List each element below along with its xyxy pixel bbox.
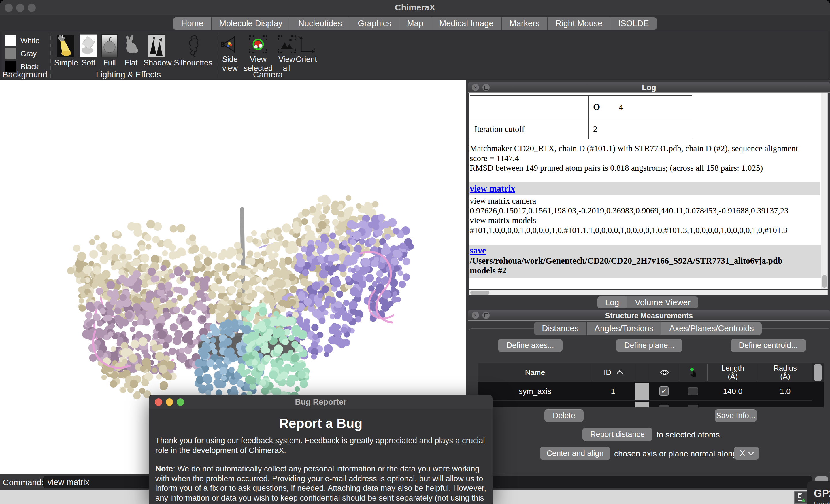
panel-tab-log[interactable]: Log xyxy=(598,296,627,308)
tab-right-mouse[interactable]: Right Mouse xyxy=(548,17,610,30)
save-link[interactable]: save xyxy=(470,245,486,256)
tab-isolde[interactable]: ISOLDE xyxy=(610,17,657,30)
save-path: /Users/rohoua/work/Genentech/CD20/CD20_2… xyxy=(470,256,821,266)
lighting-silhouettes-button[interactable]: Silhouettes xyxy=(171,34,215,71)
lighting-shadow-button[interactable]: Shadow xyxy=(143,34,169,71)
log-table-value: 4 xyxy=(619,103,623,112)
col-radius[interactable]: Radius (Å) xyxy=(758,363,812,382)
tab-nucleotides[interactable]: Nucleotides xyxy=(290,17,350,30)
lighting-section-label: Lighting & Effects xyxy=(96,70,161,79)
rmsd-text: RMSD between 149 pruned atom pairs is 0.… xyxy=(470,163,825,173)
background-section-label: Background xyxy=(3,70,47,79)
row-selected-toggle[interactable] xyxy=(688,387,698,395)
full-lighting-icon xyxy=(101,34,118,57)
tab-angles-torsions[interactable]: Angles/Torsions xyxy=(587,322,662,335)
col-length[interactable]: Length (Å) xyxy=(707,363,758,382)
measurements-titlebar[interactable]: × Structure Measurements xyxy=(468,310,830,321)
log-vscroll-thumb[interactable] xyxy=(822,275,827,288)
orient-icon: y x xyxy=(297,35,316,54)
save-block[interactable]: save /Users/rohoua/work/Genentech/CD20/C… xyxy=(469,245,821,278)
define-plane-button[interactable]: Define plane... xyxy=(616,339,682,352)
save-info-button[interactable]: Save Info... xyxy=(715,409,757,422)
ribbon-tabs: Home Molecule Display Nucleotides Graphi… xyxy=(173,17,657,30)
view-matrix-camera-label: view matrix camera xyxy=(470,196,828,206)
col-id[interactable]: ID xyxy=(592,363,634,382)
col-shown[interactable] xyxy=(650,363,679,382)
gray-swatch[interactable] xyxy=(5,48,17,59)
panel-tabs: Log Volume Viewer xyxy=(598,296,698,308)
table-row-partial[interactable] xyxy=(478,401,812,407)
define-centroid-button[interactable]: Define centroid... xyxy=(731,339,806,352)
view-matrix-link[interactable]: view matrix xyxy=(470,183,515,194)
view-matrix-row[interactable]: view matrix xyxy=(469,182,820,195)
sort-ascending-icon xyxy=(617,370,624,377)
measurements-tab-row: Distances Angles/Torsions Axes/Planes/Ce… xyxy=(466,322,830,335)
panel-tab-volume-viewer[interactable]: Volume Viewer xyxy=(627,296,698,308)
row-id: 1 xyxy=(592,382,634,401)
log-table-empty-cell xyxy=(470,95,589,119)
table-row: Iteration cutoff 2 xyxy=(470,119,692,139)
checkmark-icon: ✓ xyxy=(661,387,667,395)
svg-text:x: x xyxy=(313,46,315,51)
dialog-title: Bug Reporter xyxy=(149,395,492,409)
window-title: ChimeraX xyxy=(0,0,830,15)
define-axes-button[interactable]: Define axes... xyxy=(498,339,563,352)
axis-dropdown[interactable]: X xyxy=(734,447,759,460)
col-length-line1: Length xyxy=(721,364,744,372)
note-label: Note xyxy=(155,464,173,473)
tab-home[interactable]: Home xyxy=(173,17,211,30)
measurements-tabs: Distances Angles/Torsions Axes/Planes/Ce… xyxy=(534,322,761,335)
models-matrix-values: #101,1,0,0,0,0,1,0,0,0,0,1,0,#101.1,1,0,… xyxy=(470,225,828,235)
col-radius-line2: (Å) xyxy=(780,372,790,381)
log-titlebar[interactable]: × Log xyxy=(468,82,830,93)
dialog-heading: Report a Bug xyxy=(149,415,492,431)
camera-orient-button[interactable]: y x Orient xyxy=(295,34,317,80)
lighting-flat-button[interactable]: Flat xyxy=(121,34,141,71)
report-distance-button[interactable]: Report distance xyxy=(582,428,652,441)
camera-matrix-values: 0.97626,0.15017,0.1561,198.03,-0.2019,0.… xyxy=(470,206,828,215)
dialog-paragraph-2: Note: We do not automatically collect an… xyxy=(155,464,487,504)
main-titlebar[interactable]: ChimeraX xyxy=(0,0,830,15)
tab-markers[interactable]: Markers xyxy=(502,17,548,30)
gp2-title: GP2 xyxy=(814,488,830,500)
bug-reporter-dialog[interactable]: Bug Reporter Report a Bug Thank you for … xyxy=(149,395,493,504)
table-vscroll-thumb[interactable] xyxy=(814,364,822,381)
log-hscroll-thumb[interactable] xyxy=(470,291,489,295)
tab-medical-image[interactable]: Medical Image xyxy=(432,17,502,30)
tab-axes-planes-centroids[interactable]: Axes/Planes/Centroids xyxy=(662,322,761,335)
view-selected-icon xyxy=(249,35,268,54)
col-name[interactable]: Name xyxy=(478,363,592,382)
lighting-full-button[interactable]: Full xyxy=(100,34,119,71)
tab-graphics[interactable]: Graphics xyxy=(350,17,400,30)
dialog-titlebar[interactable]: Bug Reporter xyxy=(149,395,492,409)
view-matrix-models-label: view matrix models xyxy=(470,215,828,225)
row-shown-checkbox[interactable]: ✓ xyxy=(660,387,669,396)
tab-molecule-display[interactable]: Molecule Display xyxy=(212,17,290,30)
row-length: 140.0 xyxy=(707,382,758,401)
lighting-simple-button[interactable]: Simple xyxy=(54,34,77,71)
delete-button[interactable]: Delete xyxy=(544,409,583,422)
center-align-button[interactable]: Center and align xyxy=(540,447,610,460)
row-color-swatch[interactable] xyxy=(635,383,649,400)
side-view-icon xyxy=(221,35,239,54)
table-row-sym-axis[interactable]: sym_axis 1 ✓ 140.0 1.0 xyxy=(478,382,812,401)
col-id-label: ID xyxy=(604,368,611,377)
axes-table-header[interactable]: Name ID xyxy=(478,363,824,382)
camera-side-view-button[interactable]: Side view xyxy=(219,34,241,80)
tab-map[interactable]: Map xyxy=(400,17,432,30)
log-vscrollbar[interactable] xyxy=(821,93,828,289)
col-length-line2: (Å) xyxy=(728,372,738,381)
tab-distances[interactable]: Distances xyxy=(534,322,586,335)
eye-icon xyxy=(660,369,669,375)
lighting-soft-button[interactable]: Soft xyxy=(78,34,99,71)
table-row: O 4 xyxy=(470,95,692,119)
table-vscrollbar[interactable] xyxy=(812,363,824,382)
chimerax-app: ChimeraX Home Molecule Display Nucleotid… xyxy=(0,0,830,504)
ribbon-tab-row: Home Molecule Display Nucleotides Graphi… xyxy=(0,15,830,32)
col-color[interactable] xyxy=(634,363,650,382)
log-content[interactable]: O 4 Iteration cutoff 2 Matchmaker CD20_R… xyxy=(469,93,828,289)
log-hscrollbar[interactable] xyxy=(469,290,828,296)
chevron-down-icon xyxy=(748,449,754,455)
white-swatch[interactable] xyxy=(5,35,17,46)
col-selected[interactable] xyxy=(679,363,707,382)
